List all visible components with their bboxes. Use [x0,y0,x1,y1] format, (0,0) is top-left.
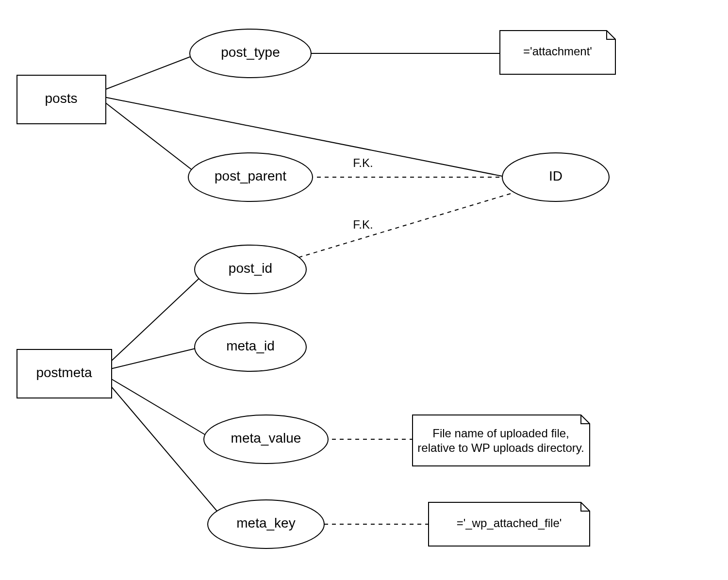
note-meta-value: File name of uploaded file, relative to … [413,415,590,466]
entity-postmeta-label: postmeta [36,365,92,380]
note-meta-key-text: ='_wp_attached_file' [457,516,562,530]
attribute-meta-key-label: meta_key [236,515,295,530]
entity-posts: posts [17,75,106,124]
attribute-id-label: ID [549,168,563,183]
edge-postmeta-postid [111,269,209,362]
edge-label-fk1: F.K. [353,156,373,169]
entity-posts-label: posts [45,91,78,106]
attribute-meta-key: meta_key [208,500,324,548]
attribute-post-parent-label: post_parent [215,168,286,183]
attribute-meta-id: meta_id [195,323,306,371]
er-diagram: F.K. F.K. posts postmeta post_type post_… [0,0,728,580]
edge-posts-posttype [104,53,199,90]
attribute-post-id: post_id [195,245,306,294]
edge-label-fk2: F.K. [353,218,373,231]
attribute-post-type: post_type [190,29,311,78]
edge-postmeta-metaid [111,347,201,369]
note-attachment-text: ='attachment' [523,45,592,58]
attribute-meta-id-label: meta_id [226,338,275,353]
entity-postmeta: postmeta [17,349,112,398]
note-meta-value-line2: relative to WP uploads directory. [417,441,584,454]
attribute-post-id-label: post_id [229,261,272,276]
attribute-meta-value: meta_value [204,415,328,464]
edge-posts-id [104,97,507,177]
edge-postid-id-fk [291,192,517,260]
attribute-id: ID [502,153,609,201]
edge-postmeta-metakey [111,386,228,524]
note-meta-value-line1: File name of uploaded file, [432,427,569,440]
attribute-meta-value-label: meta_value [231,431,301,446]
note-meta-key: ='_wp_attached_file' [429,502,590,546]
edge-postmeta-metavalue [111,379,209,437]
attribute-post-type-label: post_type [221,45,280,60]
attribute-post-parent: post_parent [188,153,313,201]
note-attachment: ='attachment' [500,31,615,74]
